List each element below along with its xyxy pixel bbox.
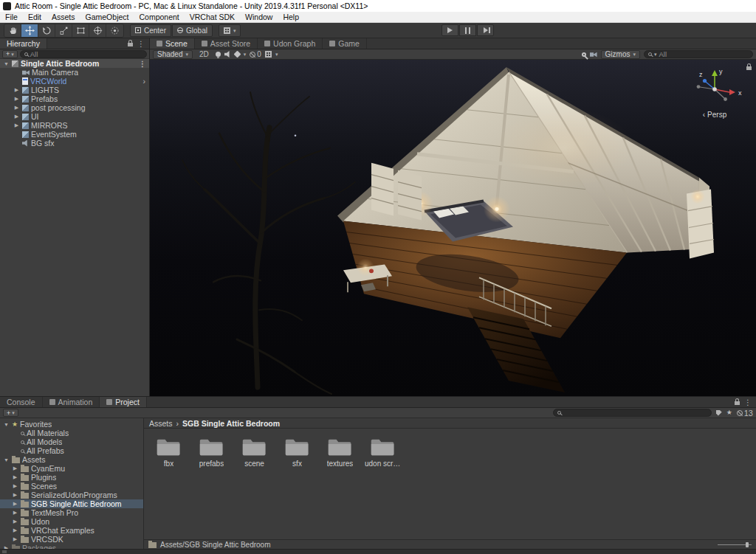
expand-arrow-icon[interactable]: ▶ [12, 492, 18, 498]
expand-arrow-icon[interactable]: ▶ [3, 545, 10, 549]
dropdown-arrow-icon[interactable]: ▾ [244, 52, 247, 57]
menu-file[interactable]: File [0, 12, 23, 22]
project-folder-serializedudonprograms[interactable]: ▶SerializedUdonPrograms [0, 491, 143, 499]
hierarchy-item-lights[interactable]: ▶LIGHTS [0, 86, 149, 94]
tab-hierarchy[interactable]: Hierarchy [0, 38, 47, 49]
expand-arrow-icon[interactable]: ▶ [13, 122, 20, 128]
favorite-all-models[interactable]: ▶All Models [0, 437, 143, 446]
hierarchy-item-ui[interactable]: ▶UI [0, 112, 149, 121]
hierarchy-item-mirrors[interactable]: ▶MIRRORS [0, 121, 149, 130]
expand-arrow-icon[interactable]: ▶ [13, 87, 20, 93]
orientation-gizmo[interactable]: y z x ‹ Persp [682, 67, 747, 119]
rect-tool-button[interactable] [72, 24, 89, 37]
expand-arrow-icon[interactable]: ▼ [3, 457, 10, 463]
project-folder-textmesh-pro[interactable]: ▶TextMesh Pro [0, 508, 143, 517]
menu-vrchat-sdk[interactable]: VRChat SDK [185, 12, 240, 22]
project-folder-scenes[interactable]: ▶Scenes [0, 482, 143, 491]
hierarchy-item-prefabs[interactable]: ▶Prefabs [0, 94, 149, 103]
menu-component[interactable]: Component [134, 12, 184, 22]
scene-viewport[interactable]: y z x ‹ Persp [150, 60, 756, 396]
scene-search-input[interactable]: ▾ All [644, 50, 753, 58]
tab-console[interactable]: Console [0, 397, 43, 407]
dropdown-arrow-icon[interactable]: ▾ [275, 52, 278, 57]
expand-arrow-icon[interactable]: ▶ [12, 483, 18, 489]
tab-asset-store[interactable]: Asset Store [195, 38, 258, 49]
create-menu-button[interactable]: + ▾ [2, 50, 18, 58]
asset-folder-scene[interactable]: scene [236, 437, 272, 468]
scene-menu-icon[interactable]: ⋮ [139, 60, 146, 68]
draw-mode-dropdown[interactable]: Shaded ▾ [153, 50, 193, 59]
hand-tool-button[interactable] [4, 24, 21, 37]
expand-arrow-icon[interactable]: ▶ [12, 465, 18, 471]
hidden-packages-toggle[interactable]: 13 [737, 409, 753, 418]
expand-arrow-icon[interactable]: ▶ [12, 510, 18, 516]
tab-animation[interactable]: Animation [43, 397, 100, 407]
project-folder-udon[interactable]: ▶Udon [0, 517, 143, 526]
tab-project[interactable]: Project [100, 397, 147, 407]
panel-menu-icon[interactable]: ⋮ [744, 398, 752, 406]
favorite-all-prefabs[interactable]: ▶All Prefabs [0, 446, 143, 455]
asset-folder-sfx[interactable]: sfx [279, 437, 315, 468]
asset-folder-prefabs[interactable]: prefabs [193, 437, 230, 468]
move-tool-button[interactable] [21, 24, 38, 37]
scale-tool-button[interactable] [55, 24, 72, 37]
gizmos-dropdown[interactable]: Gizmos ▾ [601, 50, 640, 59]
custom-tool-button[interactable] [106, 24, 123, 37]
expand-arrow-icon[interactable]: ▶ [12, 527, 18, 533]
search-by-type-icon[interactable] [716, 410, 722, 416]
grid-snap-button[interactable]: ▾ [219, 24, 241, 37]
rotate-tool-button[interactable] [38, 24, 55, 37]
hierarchy-item-eventsystem[interactable]: ▶EventSystem [0, 130, 149, 139]
transform-tool-button[interactable] [89, 24, 106, 37]
expand-arrow-icon[interactable]: ▶ [13, 96, 20, 102]
viewport-lock-icon[interactable] [746, 66, 752, 70]
expand-arrow-icon[interactable]: ▶ [12, 519, 18, 524]
collapse-arrow-icon[interactable]: ▼ [3, 61, 10, 66]
tool-settings-icon[interactable] [582, 52, 586, 57]
lock-icon[interactable] [735, 401, 740, 405]
breadcrumb-current[interactable]: SGB Single Attic Bedroom [182, 419, 280, 428]
menu-edit[interactable]: Edit [23, 12, 47, 22]
packages-root[interactable]: ▶Packages [0, 544, 143, 549]
pause-button[interactable] [459, 24, 476, 36]
project-folder-sgb-single-attic-bedroom[interactable]: ▶SGB Single Attic Bedroom [0, 499, 143, 508]
grid-visibility-icon[interactable] [265, 51, 272, 58]
persp-label[interactable]: Persp [707, 111, 726, 119]
hierarchy-item-post-processing[interactable]: ▶post processing [0, 103, 149, 112]
favorite-all-materials[interactable]: ▶All Materials [0, 429, 143, 437]
expand-arrow-icon[interactable]: ▼ [3, 422, 10, 427]
hierarchy-item-bg-sfx[interactable]: ▶BG sfx [0, 139, 149, 148]
space-toggle-button[interactable]: Global [172, 24, 213, 37]
hierarchy-item-vrcworld[interactable]: ▶VRCWorld› [0, 77, 149, 86]
project-search-input[interactable] [553, 409, 712, 417]
step-button[interactable] [477, 24, 494, 36]
project-folder-vrcsdk[interactable]: ▶VRCSDK [0, 535, 143, 544]
project-create-button[interactable]: + ▾ [3, 409, 18, 417]
hierarchy-search-input[interactable]: All [20, 50, 147, 58]
scene-lighting-toggle-icon[interactable] [216, 52, 221, 57]
scene-visibility-toggle[interactable]: 0 [250, 50, 261, 58]
asset-folder-fbx[interactable]: fbx [151, 437, 187, 468]
hierarchy-item-main-camera[interactable]: ▶Main Camera [0, 68, 149, 77]
scene-audio-toggle-icon[interactable] [224, 51, 231, 58]
thumbnail-zoom-slider[interactable] [718, 541, 752, 548]
2d-toggle-button[interactable]: 2D [196, 50, 212, 58]
favorites-root[interactable]: ▼★Favorites [0, 420, 143, 429]
expand-arrow-icon[interactable]: ▶ [12, 474, 18, 480]
hierarchy-scene-row[interactable]: ▼ Single Attic Bedroom ⋮ [0, 59, 149, 68]
menu-window[interactable]: Window [240, 12, 278, 22]
scene-camera-settings-icon[interactable] [590, 52, 597, 58]
pivot-toggle-button[interactable]: Center [130, 24, 171, 37]
slider-thumb[interactable] [746, 542, 749, 547]
expand-arrow-icon[interactable]: ▶ [12, 536, 18, 542]
lock-icon[interactable] [128, 43, 133, 46]
effects-toggle-icon[interactable] [233, 51, 241, 58]
project-folder-cyanemu[interactable]: ▶CyanEmu [0, 464, 143, 473]
panel-menu-icon[interactable]: ⋮ [137, 40, 145, 48]
expand-arrow-icon[interactable]: ▶ [13, 114, 20, 120]
prefab-chevron-icon[interactable]: › [143, 77, 150, 86]
project-folder-vrchat-examples[interactable]: ▶VRChat Examples [0, 526, 143, 535]
tab-game[interactable]: Game [323, 38, 367, 49]
asset-folder-udon-scrip[interactable]: udon scrip... [365, 437, 401, 468]
save-search-icon[interactable]: ★ [726, 409, 732, 416]
